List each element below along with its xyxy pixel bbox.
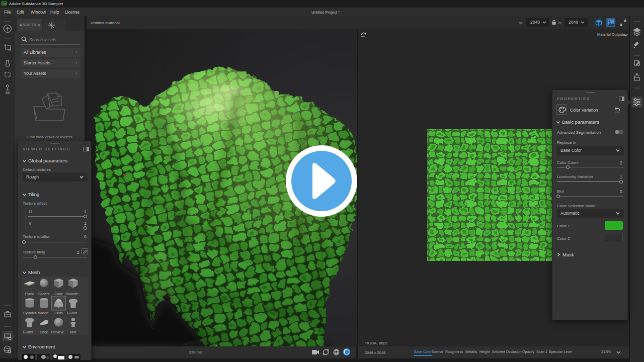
svg-text:Cloth: Cloth xyxy=(54,311,62,315)
svg-text:Rounde...: Rounde... xyxy=(65,292,80,296)
svg-text:Plane: Plane xyxy=(25,292,34,296)
svg-text:Cylinder: Cylinder xyxy=(23,311,36,315)
svg-text:Cube: Cube xyxy=(54,292,63,296)
svg-text:T-Shirt...: T-Shirt... xyxy=(66,311,80,315)
svg-text:Shoe: Shoe xyxy=(40,330,48,334)
svg-text:Preview...: Preview... xyxy=(51,330,66,334)
svg-text:Sphere: Sphere xyxy=(38,292,50,296)
svg-text:Rounde...: Rounde... xyxy=(36,311,51,315)
svg-text:T-Shirt ...: T-Shirt ... xyxy=(23,330,37,334)
svg-text:Mat: Mat xyxy=(70,330,76,334)
